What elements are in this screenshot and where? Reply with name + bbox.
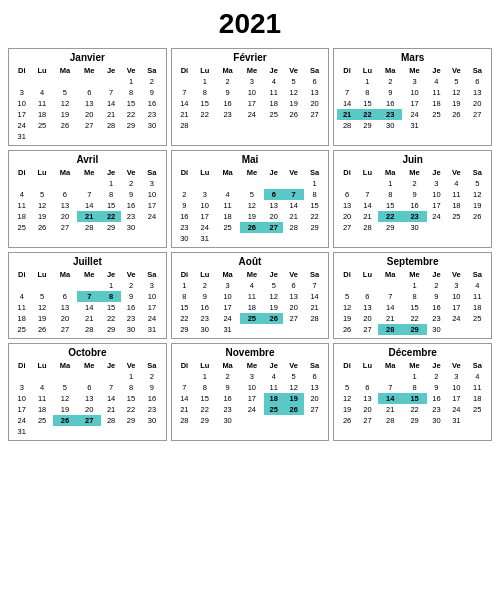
day-cell: 14 bbox=[175, 393, 194, 404]
day-cell: 5 bbox=[467, 178, 488, 189]
day-cell: 19 bbox=[467, 200, 488, 211]
day-header: Sa bbox=[304, 269, 325, 280]
day-cell: 2 bbox=[427, 371, 446, 382]
day-cell: 24 bbox=[240, 404, 264, 415]
day-header: Ma bbox=[378, 360, 402, 371]
day-cell: 25 bbox=[12, 324, 31, 335]
day-header: Sa bbox=[467, 167, 488, 178]
day-cell: 24 bbox=[194, 222, 215, 233]
day-cell: 4 bbox=[240, 280, 264, 291]
day-cell bbox=[101, 371, 120, 382]
day-cell: 9 bbox=[378, 87, 402, 98]
day-cell: 7 bbox=[77, 291, 101, 302]
day-cell: 16 bbox=[175, 211, 194, 222]
day-cell: 25 bbox=[12, 222, 31, 233]
day-cell: 21 bbox=[101, 404, 120, 415]
day-header: Di bbox=[175, 269, 194, 280]
day-cell: 4 bbox=[31, 382, 52, 393]
day-cell: 1 bbox=[378, 178, 402, 189]
day-cell: 4 bbox=[12, 291, 31, 302]
day-cell: 9 bbox=[194, 291, 215, 302]
day-cell bbox=[53, 178, 77, 189]
day-cell: 21 bbox=[175, 404, 194, 415]
day-cell: 4 bbox=[467, 280, 488, 291]
day-header: Lu bbox=[194, 360, 215, 371]
day-cell: 6 bbox=[283, 280, 303, 291]
day-cell: 18 bbox=[264, 98, 283, 109]
day-cell: 9 bbox=[427, 382, 446, 393]
day-cell: 25 bbox=[446, 211, 466, 222]
day-cell: 10 bbox=[12, 393, 31, 404]
day-cell: 6 bbox=[467, 76, 488, 87]
day-cell bbox=[240, 120, 264, 131]
day-cell: 3 bbox=[446, 371, 466, 382]
day-cell bbox=[12, 76, 31, 87]
day-cell: 25 bbox=[427, 109, 446, 120]
day-cell: 30 bbox=[121, 222, 141, 233]
day-cell: 3 bbox=[427, 178, 446, 189]
day-header: Di bbox=[12, 65, 31, 76]
month-août: AoûtDiLuMaMeJeVeSa1234567891011121314151… bbox=[171, 252, 330, 339]
day-cell: 3 bbox=[194, 189, 215, 200]
day-cell bbox=[467, 324, 488, 335]
day-header: Je bbox=[101, 167, 120, 178]
day-cell: 11 bbox=[264, 87, 283, 98]
day-cell: 23 bbox=[141, 404, 162, 415]
day-cell bbox=[12, 371, 31, 382]
day-cell: 11 bbox=[31, 393, 52, 404]
day-cell: 17 bbox=[240, 98, 264, 109]
day-cell: 26 bbox=[283, 404, 303, 415]
day-cell bbox=[12, 280, 31, 291]
day-cell bbox=[101, 426, 120, 437]
day-cell bbox=[194, 178, 215, 189]
day-cell: 6 bbox=[53, 189, 77, 200]
day-cell: 26 bbox=[337, 324, 356, 335]
day-cell: 19 bbox=[283, 393, 303, 404]
day-cell: 24 bbox=[446, 313, 466, 324]
day-cell: 8 bbox=[121, 87, 141, 98]
day-header: Ve bbox=[121, 167, 141, 178]
day-cell: 18 bbox=[467, 302, 488, 313]
day-cell: 4 bbox=[264, 371, 283, 382]
day-cell: 7 bbox=[77, 189, 101, 200]
day-cell bbox=[12, 178, 31, 189]
day-cell: 12 bbox=[53, 393, 77, 404]
day-cell: 28 bbox=[77, 222, 101, 233]
day-cell: 5 bbox=[53, 87, 77, 98]
day-cell: 25 bbox=[467, 404, 488, 415]
day-cell: 3 bbox=[402, 76, 426, 87]
day-cell: 16 bbox=[427, 302, 446, 313]
day-cell bbox=[31, 371, 52, 382]
day-header: Di bbox=[337, 167, 356, 178]
month-title: Février bbox=[175, 52, 326, 63]
day-header: Di bbox=[12, 360, 31, 371]
day-cell: 30 bbox=[402, 222, 426, 233]
day-cell: 15 bbox=[194, 98, 215, 109]
day-cell: 21 bbox=[77, 313, 101, 324]
day-cell bbox=[53, 76, 77, 87]
day-header: Lu bbox=[357, 167, 378, 178]
day-header: Ma bbox=[378, 167, 402, 178]
day-cell: 7 bbox=[283, 189, 303, 200]
day-cell: 12 bbox=[240, 200, 264, 211]
day-cell bbox=[283, 178, 303, 189]
day-cell: 15 bbox=[101, 200, 120, 211]
day-cell bbox=[264, 324, 283, 335]
day-header: Sa bbox=[467, 269, 488, 280]
day-cell: 16 bbox=[194, 302, 215, 313]
day-cell: 25 bbox=[467, 313, 488, 324]
day-cell bbox=[357, 371, 378, 382]
day-cell bbox=[304, 324, 325, 335]
day-cell bbox=[175, 178, 194, 189]
day-cell: 14 bbox=[77, 302, 101, 313]
day-cell: 14 bbox=[283, 200, 303, 211]
day-cell: 5 bbox=[446, 76, 466, 87]
day-cell: 14 bbox=[175, 98, 194, 109]
day-cell bbox=[378, 371, 402, 382]
month-mai: MaiDiLuMaMeJeVeSa12345678910111213141516… bbox=[171, 150, 330, 248]
day-cell: 12 bbox=[337, 302, 356, 313]
day-cell: 15 bbox=[194, 393, 215, 404]
day-cell: 15 bbox=[121, 98, 141, 109]
day-cell: 1 bbox=[304, 178, 325, 189]
day-header: Me bbox=[240, 269, 264, 280]
